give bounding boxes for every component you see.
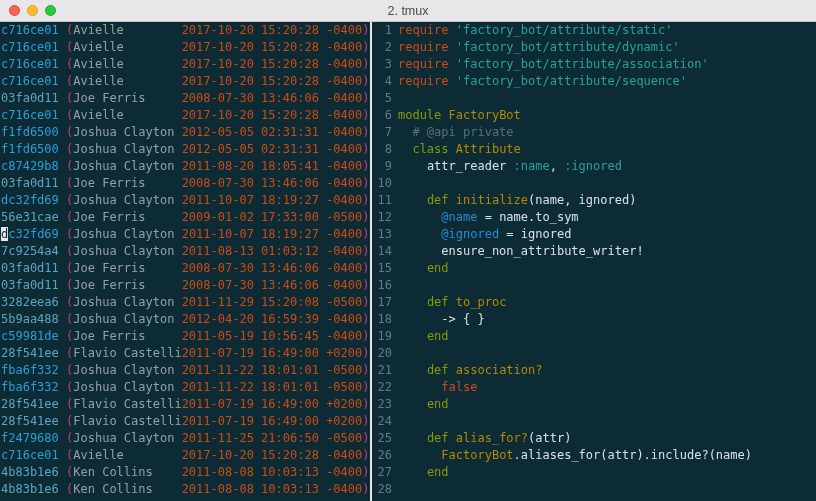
- code-line: [398, 413, 816, 430]
- blame-row: 56e31cae (Joe Ferris 2009-01-02 17:33:00…: [1, 209, 370, 226]
- blame-row: c716ce01 (Avielle 2017-10-20 15:20:28 -0…: [1, 447, 370, 464]
- source-code[interactable]: require 'factory_bot/attribute/static're…: [398, 22, 816, 501]
- window-titlebar: 2. tmux: [0, 0, 816, 22]
- code-line: end: [398, 328, 816, 345]
- code-line: # @api private: [398, 124, 816, 141]
- code-line: [398, 175, 816, 192]
- blame-row: c716ce01 (Avielle 2017-10-20 15:20:28 -0…: [1, 22, 370, 39]
- blame-row: 03fa0d11 (Joe Ferris 2008-07-30 13:46:06…: [1, 90, 370, 107]
- blame-row: c716ce01 (Avielle 2017-10-20 15:20:28 -0…: [1, 73, 370, 90]
- code-line: module FactoryBot: [398, 107, 816, 124]
- code-line: [398, 345, 816, 362]
- code-line: def initialize(name, ignored): [398, 192, 816, 209]
- line-number: 15: [378, 260, 392, 277]
- blame-row: 7c9254a4 (Joshua Clayton 2011-08-13 01:0…: [1, 243, 370, 260]
- editor-pane: 1 2 3 4 5 6 7 8 910111213141516171819202…: [372, 22, 816, 501]
- code-line: [398, 90, 816, 107]
- code-line: ensure_non_attribute_writer!: [398, 243, 816, 260]
- blame-row: fba6f332 (Joshua Clayton 2011-11-22 18:0…: [1, 362, 370, 379]
- code-line: end: [398, 464, 816, 481]
- code-line: require 'factory_bot/attribute/static': [398, 22, 816, 39]
- line-number: 18: [378, 311, 392, 328]
- line-number: 10: [378, 175, 392, 192]
- git-blame-pane: c716ce01 (Avielle 2017-10-20 15:20:28 -0…: [0, 22, 370, 501]
- blame-row: f2479680 (Joshua Clayton 2011-11-25 21:0…: [1, 430, 370, 447]
- code-line: false: [398, 379, 816, 396]
- line-number: 22: [378, 379, 392, 396]
- line-number: 6: [378, 107, 392, 124]
- blame-row: c716ce01 (Avielle 2017-10-20 15:20:28 -0…: [1, 107, 370, 124]
- line-number: 24: [378, 413, 392, 430]
- code-line: end: [398, 396, 816, 413]
- code-line: [398, 277, 816, 294]
- blame-row: dc32fd69 (Joshua Clayton 2011-10-07 18:1…: [1, 192, 370, 209]
- line-number: 25: [378, 430, 392, 447]
- blame-row: f1fd6500 (Joshua Clayton 2012-05-05 02:3…: [1, 124, 370, 141]
- line-number: 13: [378, 226, 392, 243]
- line-number: 12: [378, 209, 392, 226]
- line-number: 4: [378, 73, 392, 90]
- line-number: 1: [378, 22, 392, 39]
- line-number: 9: [378, 158, 392, 175]
- blame-row: 4b83b1e6 (Ken Collins 2011-08-08 10:03:1…: [1, 481, 370, 498]
- line-number: 27: [378, 464, 392, 481]
- line-number: 17: [378, 294, 392, 311]
- blame-row: c716ce01 (Avielle 2017-10-20 15:20:28 -0…: [1, 39, 370, 56]
- line-number: 23: [378, 396, 392, 413]
- line-number: 8: [378, 141, 392, 158]
- blame-row: c716ce01 (Avielle 2017-10-20 15:20:28 -0…: [1, 56, 370, 73]
- code-line: @name = name.to_sym: [398, 209, 816, 226]
- blame-row: 28f541ee (Flavio Castelli2011-07-19 16:4…: [1, 396, 370, 413]
- line-number: 16: [378, 277, 392, 294]
- blame-row: 28f541ee (Flavio Castelli2011-07-19 16:4…: [1, 413, 370, 430]
- line-number-gutter: 1 2 3 4 5 6 7 8 910111213141516171819202…: [372, 22, 398, 501]
- blame-row: 03fa0d11 (Joe Ferris 2008-07-30 13:46:06…: [1, 260, 370, 277]
- code-line: def to_proc: [398, 294, 816, 311]
- line-number: 28: [378, 481, 392, 498]
- blame-row: 3282eea6 (Joshua Clayton 2011-11-29 15:2…: [1, 294, 370, 311]
- line-number: 5: [378, 90, 392, 107]
- code-line: require 'factory_bot/attribute/dynamic': [398, 39, 816, 56]
- blame-row: 5b9aa488 (Joshua Clayton 2012-04-20 16:5…: [1, 311, 370, 328]
- code-line: FactoryBot.aliases_for(attr).include?(na…: [398, 447, 816, 464]
- blame-row: 4b83b1e6 (Ken Collins 2011-08-08 10:03:1…: [1, 464, 370, 481]
- code-line: def association?: [398, 362, 816, 379]
- code-line: require 'factory_bot/attribute/associati…: [398, 56, 816, 73]
- code-line: class Attribute: [398, 141, 816, 158]
- code-line: def alias_for?(attr): [398, 430, 816, 447]
- line-number: 19: [378, 328, 392, 345]
- code-line: -> { }: [398, 311, 816, 328]
- terminal[interactable]: c716ce01 (Avielle 2017-10-20 15:20:28 -0…: [0, 22, 816, 501]
- line-number: 3: [378, 56, 392, 73]
- blame-row: fba6f332 (Joshua Clayton 2011-11-22 18:0…: [1, 379, 370, 396]
- code-line: @ignored = ignored: [398, 226, 816, 243]
- blame-row: 03fa0d11 (Joe Ferris 2008-07-30 13:46:06…: [1, 277, 370, 294]
- line-number: 2: [378, 39, 392, 56]
- line-number: 14: [378, 243, 392, 260]
- code-line: end: [398, 260, 816, 277]
- blame-row: c59981de (Joe Ferris 2011-05-19 10:56:45…: [1, 328, 370, 345]
- code-line: require 'factory_bot/attribute/sequence': [398, 73, 816, 90]
- window-title: 2. tmux: [0, 4, 816, 18]
- blame-row: 03fa0d11 (Joe Ferris 2008-07-30 13:46:06…: [1, 175, 370, 192]
- blame-row: dc32fd69 (Joshua Clayton 2011-10-07 18:1…: [1, 226, 370, 243]
- blame-row: c87429b8 (Joshua Clayton 2011-08-20 18:0…: [1, 158, 370, 175]
- line-number: 7: [378, 124, 392, 141]
- line-number: 26: [378, 447, 392, 464]
- code-line: [398, 481, 816, 498]
- line-number: 21: [378, 362, 392, 379]
- line-number: 11: [378, 192, 392, 209]
- line-number: 20: [378, 345, 392, 362]
- blame-row: 28f541ee (Flavio Castelli2011-07-19 16:4…: [1, 345, 370, 362]
- code-line: attr_reader :name, :ignored: [398, 158, 816, 175]
- blame-row: f1fd6500 (Joshua Clayton 2012-05-05 02:3…: [1, 141, 370, 158]
